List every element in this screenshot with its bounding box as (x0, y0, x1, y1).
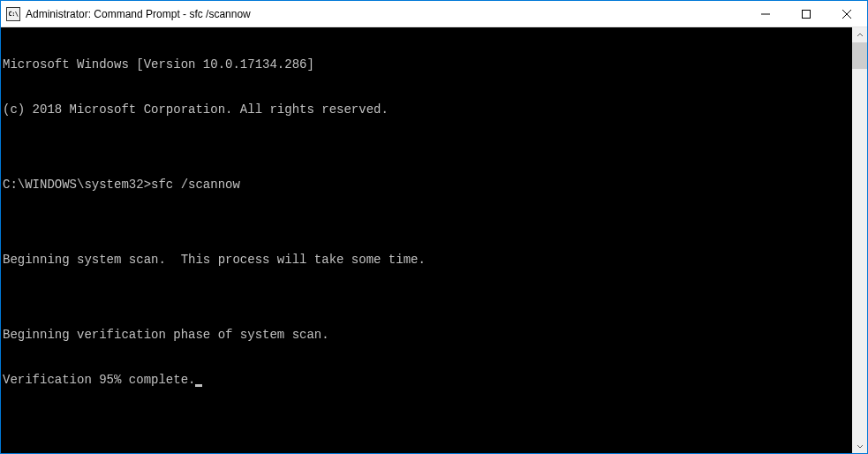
command-prompt-window: C:\ Administrator: Command Prompt - sfc … (0, 0, 868, 454)
terminal-line: Beginning verification phase of system s… (3, 328, 850, 343)
cmd-icon: C:\ (6, 7, 20, 21)
minimize-icon (761, 10, 770, 19)
terminal-line: C:\WINDOWS\system32>sfc /scannow (3, 178, 850, 193)
scroll-down-button[interactable] (852, 438, 867, 453)
close-icon (842, 10, 851, 19)
chevron-down-icon (857, 443, 864, 450)
maximize-icon (802, 10, 811, 19)
scrollbar-thumb[interactable] (852, 42, 867, 69)
terminal-line: Beginning system scan. This process will… (3, 253, 850, 268)
terminal-line: Microsoft Windows [Version 10.0.17134.28… (3, 57, 850, 72)
scrollbar-track[interactable] (852, 42, 867, 438)
chevron-up-icon (857, 32, 864, 39)
scroll-up-button[interactable] (852, 27, 867, 42)
window-title: Administrator: Command Prompt - sfc /sca… (26, 8, 745, 20)
terminal-line: Verification 95% complete. (3, 373, 850, 388)
window-controls (745, 1, 867, 26)
maximize-button[interactable] (786, 1, 826, 26)
vertical-scrollbar[interactable] (852, 27, 867, 453)
terminal-line: (c) 2018 Microsoft Corporation. All righ… (3, 102, 850, 117)
minimize-button[interactable] (745, 1, 786, 26)
close-button[interactable] (826, 1, 867, 26)
titlebar[interactable]: C:\ Administrator: Command Prompt - sfc … (1, 1, 867, 27)
terminal-output[interactable]: Microsoft Windows [Version 10.0.17134.28… (1, 27, 852, 453)
content-area: Microsoft Windows [Version 10.0.17134.28… (1, 27, 867, 453)
svg-rect-1 (803, 10, 811, 18)
cursor (195, 384, 202, 387)
